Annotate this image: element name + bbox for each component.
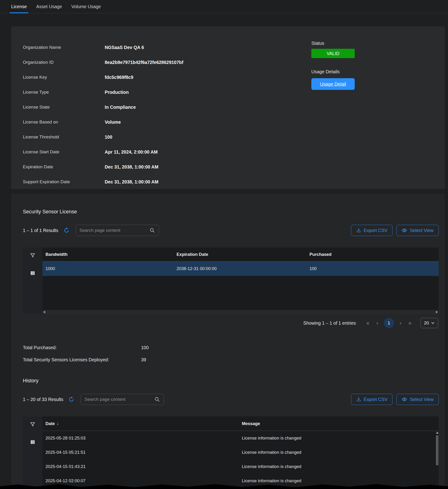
download-icon xyxy=(356,228,361,233)
search-icon xyxy=(150,228,155,233)
filter-icon[interactable] xyxy=(30,422,36,428)
refresh-icon[interactable] xyxy=(68,396,74,402)
field-row: License State In Compliance xyxy=(23,100,445,115)
tab-bar: License Asset Usage Volume Usage xyxy=(0,0,448,13)
field-label: Support Expiration Date xyxy=(23,179,105,184)
field-row: License Key fdc5c969f8c9 xyxy=(23,70,445,85)
cell-message: License information is changed xyxy=(242,450,439,455)
field-row: License Start Date Apr 11, 2024, 2:00:00… xyxy=(23,144,445,159)
next-page-button[interactable]: › xyxy=(400,321,402,326)
scroll-right-icon[interactable] xyxy=(436,311,438,314)
vertical-scrollbar[interactable] xyxy=(436,431,439,487)
columns-icon[interactable] xyxy=(30,439,35,445)
status-badge: VALID xyxy=(311,49,355,58)
history-table-header: Date ↓ Message xyxy=(42,416,439,431)
sensor-pagination: Showing 1 – 1 of 1 entries « ‹ 1 › » 20 xyxy=(23,317,439,329)
sensor-table: Bandwidth Expiration Date Purchased 1000… xyxy=(23,248,439,314)
date-header-label: Date xyxy=(46,421,55,426)
total-purchased-label: Total Purchased: xyxy=(23,345,141,350)
total-purchased-row: Total Purchased: 100 xyxy=(23,341,439,354)
cell-bandwidth: 1000 xyxy=(42,266,176,271)
field-row: Expiration Date Dec 31, 2038, 1:00:00 AM xyxy=(23,159,445,174)
field-value: In Compliance xyxy=(105,105,136,110)
field-value: Volume xyxy=(105,119,121,125)
status-column: Status VALID Usage Details Usage Detail xyxy=(311,40,355,90)
chevron-down-icon xyxy=(431,321,435,325)
history-search-input[interactable] xyxy=(84,397,154,402)
field-label: License Start Date xyxy=(23,149,105,155)
history-results-count: 1 – 20 of 33 Results xyxy=(23,397,63,402)
cell-message: License information is changed xyxy=(242,464,439,469)
usage-details-label: Usage Details xyxy=(311,68,355,75)
column-header-purchased[interactable]: Purchased xyxy=(310,252,439,257)
status-label: Status xyxy=(311,40,355,46)
field-label: Organization Name xyxy=(23,45,105,50)
page-size-select[interactable]: 20 xyxy=(420,318,438,328)
page-size-value: 20 xyxy=(424,321,429,326)
sensor-search-input[interactable] xyxy=(80,228,150,233)
scroll-left-icon[interactable] xyxy=(43,311,45,314)
field-value: Production xyxy=(105,90,129,95)
sensor-select-view-button[interactable]: Select View xyxy=(396,225,439,236)
columns-icon[interactable] xyxy=(30,270,35,276)
table-row[interactable]: 2025-04-15 05:21:51 License information … xyxy=(42,445,439,459)
eye-icon xyxy=(402,228,407,233)
usage-detail-button[interactable]: Usage Detail xyxy=(311,78,355,90)
field-label: Expiration Date xyxy=(23,164,105,169)
filter-icon[interactable] xyxy=(30,253,36,259)
history-toolbar: 1 – 20 of 33 Results Export CSV xyxy=(23,394,439,405)
total-deployed-value: 39 xyxy=(141,357,146,363)
sensor-export-csv-button[interactable]: Export CSV xyxy=(351,225,393,236)
lower-panel: Security Sensor License 1 – 1 of 1 Resul… xyxy=(11,194,445,489)
first-page-button[interactable]: « xyxy=(366,321,369,326)
sort-descending-icon: ↓ xyxy=(57,421,59,426)
scrollbar-thumb[interactable] xyxy=(436,435,439,465)
field-label: License Type xyxy=(23,90,105,95)
column-header-expiration-date[interactable]: Expiration Date xyxy=(176,252,310,257)
export-csv-label: Export CSV xyxy=(364,228,388,233)
sensor-table-gutter xyxy=(23,248,42,314)
field-label: Organization ID xyxy=(23,60,105,65)
cell-date: 2025-04-12 02:00:07 xyxy=(42,478,242,483)
tab-volume-usage[interactable]: Volume Usage xyxy=(70,0,102,13)
scroll-up-icon[interactable] xyxy=(436,431,439,434)
history-select-view-button[interactable]: Select View xyxy=(396,394,439,405)
prev-page-button[interactable]: ‹ xyxy=(376,321,378,326)
current-page-button[interactable]: 1 xyxy=(384,318,394,328)
eye-icon xyxy=(402,397,407,402)
field-label: License Key xyxy=(23,75,105,80)
column-header-message[interactable]: Message xyxy=(242,421,439,426)
search-icon xyxy=(154,397,160,402)
field-value: Dec 31, 2038, 1:00:00 AM xyxy=(105,179,158,185)
tab-asset-usage[interactable]: Asset Usage xyxy=(35,0,64,13)
column-header-bandwidth[interactable]: Bandwidth xyxy=(42,252,176,257)
sensor-toolbar: 1 – 1 of 1 Results Export CSV xyxy=(23,225,439,236)
table-row[interactable]: 1000 2038-12-31 00:00:00 100 xyxy=(42,261,439,276)
column-header-date[interactable]: Date ↓ xyxy=(42,421,242,426)
table-row[interactable]: 2025-04-15 01:43:21 License information … xyxy=(42,459,439,474)
sensor-table-main: Bandwidth Expiration Date Purchased 1000… xyxy=(42,248,439,314)
cell-date: 2025-04-15 01:43:21 xyxy=(42,464,242,469)
history-search-box xyxy=(80,394,164,405)
cell-date: 2025-05-28 01:25:03 xyxy=(42,436,242,441)
cell-expiration-date: 2038-12-31 00:00:00 xyxy=(176,266,310,271)
cell-message: License information is changed xyxy=(242,478,439,483)
totals-block: Total Purchased: 100 Total Security Sens… xyxy=(23,341,439,366)
history-table-main: Date ↓ Message 2025-05-28 01:25:03 Licen… xyxy=(42,416,439,488)
history-export-csv-button[interactable]: Export CSV xyxy=(351,394,393,405)
last-page-button[interactable]: » xyxy=(408,321,411,326)
sensor-results-count: 1 – 1 of 1 Results xyxy=(23,228,58,233)
field-row: Organization Name NGSaaS Dev QA 6 xyxy=(23,40,445,55)
table-row[interactable]: 2025-05-28 01:25:03 License information … xyxy=(42,431,439,445)
export-csv-label: Export CSV xyxy=(364,397,388,402)
refresh-icon[interactable] xyxy=(64,227,70,233)
history-section-title: History xyxy=(23,378,439,383)
license-info-panel: Organization Name NGSaaS Dev QA 6 Organi… xyxy=(11,26,445,189)
horizontal-scrollbar[interactable] xyxy=(42,310,439,314)
field-row: License Type Production xyxy=(23,85,445,100)
total-purchased-value: 100 xyxy=(141,345,149,350)
field-label: License Based on xyxy=(23,119,105,125)
field-label: License State xyxy=(23,105,105,110)
tab-license[interactable]: License xyxy=(10,0,28,13)
total-deployed-label: Total Security Sensors Licenses Deployed… xyxy=(23,357,141,363)
